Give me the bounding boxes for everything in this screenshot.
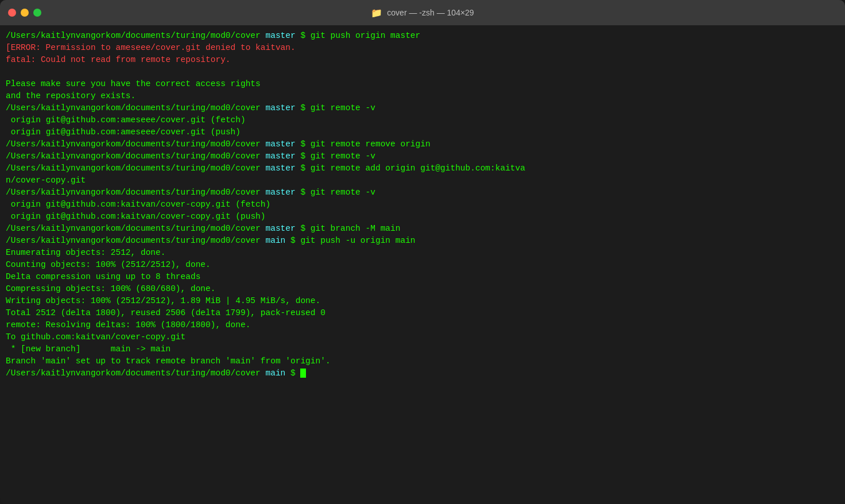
window-title: 📁 cover — -zsh — 104×29 <box>371 7 474 18</box>
terminal-body[interactable]: /Users/kaitlynvangorkom/documents/turing… <box>0 25 845 504</box>
terminal-line: Counting objects: 100% (2512/2512), done… <box>6 259 839 271</box>
terminal-cursor <box>300 369 306 378</box>
terminal-line: Enumerating objects: 2512, done. <box>6 247 839 259</box>
terminal-line: * [new branch] main -> main <box>6 343 839 355</box>
terminal-line: n/cover-copy.git <box>6 175 839 187</box>
terminal-line: /Users/kaitlynvangorkom/documents/turing… <box>6 187 839 199</box>
terminal-line: /Users/kaitlynvangorkom/documents/turing… <box>6 138 839 150</box>
terminal-line: origin git@github.com:ameseee/cover.git … <box>6 114 839 126</box>
terminal-line: /Users/kaitlynvangorkom/documents/turing… <box>6 235 839 247</box>
terminal-line: /Users/kaitlynvangorkom/documents/turing… <box>6 367 839 379</box>
close-button[interactable] <box>8 9 16 17</box>
terminal-window: 📁 cover — -zsh — 104×29 /Users/kaitlynva… <box>0 0 845 504</box>
terminal-line: fatal: Could not read from remote reposi… <box>6 54 839 66</box>
terminal-line: Total 2512 (delta 1800), reused 2506 (de… <box>6 307 839 319</box>
minimize-button[interactable] <box>21 9 29 17</box>
terminal-line: To github.com:kaitvan/cover-copy.git <box>6 331 839 343</box>
terminal-line: Please make sure you have the correct ac… <box>6 78 839 90</box>
terminal-line: and the repository exists. <box>6 90 839 102</box>
terminal-line: /Users/kaitlynvangorkom/documents/turing… <box>6 150 839 162</box>
terminal-line: /Users/kaitlynvangorkom/documents/turing… <box>6 102 839 114</box>
terminal-line <box>6 66 839 78</box>
terminal-line: Writing objects: 100% (2512/2512), 1.89 … <box>6 295 839 307</box>
terminal-line: /Users/kaitlynvangorkom/documents/turing… <box>6 162 839 175</box>
terminal-line: Branch 'main' set up to track remote bra… <box>6 355 839 367</box>
folder-icon: 📁 <box>371 7 382 18</box>
terminal-line: /Users/kaitlynvangorkom/documents/turing… <box>6 223 839 235</box>
terminal-line: Compressing objects: 100% (680/680), don… <box>6 283 839 295</box>
terminal-line: [ERROR: Permission to ameseee/cover.git … <box>6 42 839 54</box>
terminal-line: origin git@github.com:kaitvan/cover-copy… <box>6 211 839 223</box>
terminal-line: remote: Resolving deltas: 100% (1800/180… <box>6 319 839 331</box>
terminal-line: origin git@github.com:kaitvan/cover-copy… <box>6 199 839 211</box>
terminal-line: /Users/kaitlynvangorkom/documents/turing… <box>6 30 839 42</box>
titlebar: 📁 cover — -zsh — 104×29 <box>0 0 845 25</box>
terminal-line: origin git@github.com:ameseee/cover.git … <box>6 126 839 138</box>
maximize-button[interactable] <box>33 9 41 17</box>
terminal-line: Delta compression using up to 8 threads <box>6 271 839 283</box>
traffic-lights <box>8 9 41 17</box>
